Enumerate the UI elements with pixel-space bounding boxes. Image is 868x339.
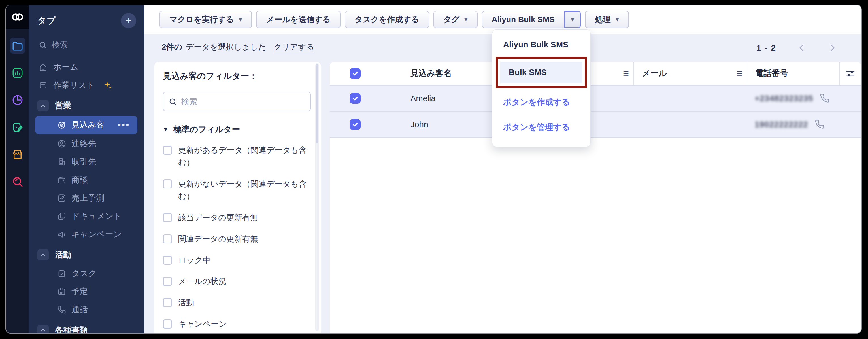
menu-item-create-button[interactable]: ボタンを作成する xyxy=(492,90,590,115)
lead-name[interactable]: John xyxy=(410,120,428,129)
menu-item-bulk-sms[interactable]: Bulk SMS xyxy=(500,62,583,83)
checkbox-unchecked[interactable] xyxy=(163,277,172,286)
filter-option[interactable]: 活動 xyxy=(163,297,312,309)
column-menu-icon[interactable]: ≡ xyxy=(623,67,629,80)
sidebar-item-accounts[interactable]: 取引先 xyxy=(29,153,144,171)
page-range: 1 - 2 xyxy=(756,43,776,53)
prev-page-button[interactable] xyxy=(797,43,807,53)
checkbox-unchecked[interactable] xyxy=(163,213,172,222)
rail-item-analytics[interactable] xyxy=(11,66,24,80)
sidebar-search[interactable] xyxy=(38,40,136,50)
sidebar-item-meetings[interactable]: 予定 xyxy=(29,283,144,301)
table-row[interactable]: John 19022222222 xyxy=(330,112,861,138)
send-mail-button[interactable]: メールを送信する xyxy=(256,11,340,28)
leads-table: 見込み客名 ≡ メール ≡ 電話番号 xyxy=(330,62,861,333)
lead-name[interactable]: Amelia xyxy=(410,94,436,103)
section-label: 活動 xyxy=(55,249,71,260)
checkbox-unchecked[interactable] xyxy=(163,256,172,265)
triangle-down-icon: ▼ xyxy=(163,126,168,133)
standard-filters-section[interactable]: ▼ 標準のフィルター xyxy=(163,124,312,135)
button-label: メールを送信する xyxy=(266,14,330,25)
rail-item-reports[interactable] xyxy=(11,94,24,106)
aliyun-bulk-sms-button[interactable]: Aliyun Bulk SMS xyxy=(482,11,564,28)
sidebar-item-label: ドキュメント xyxy=(71,211,122,222)
button-label: タスクを作成する xyxy=(355,14,419,25)
filter-option[interactable]: ロック中 xyxy=(163,255,312,267)
more-options-icon[interactable]: ••• xyxy=(118,120,130,130)
button-label: Aliyun Bulk SMS xyxy=(492,15,555,24)
select-all-checkbox[interactable] xyxy=(350,68,361,79)
filter-option[interactable]: キャンペーン xyxy=(163,318,312,330)
sidebar-item-contacts[interactable]: 連絡先 xyxy=(29,135,144,153)
call-button[interactable] xyxy=(820,93,830,103)
sidebar-item-forecasts[interactable]: 売上予測 xyxy=(29,189,144,207)
create-task-button[interactable]: タスクを作成する xyxy=(345,11,429,28)
run-macro-button[interactable]: マクロを実行する ▾ xyxy=(159,11,252,28)
filter-option[interactable]: 更新があるデータ（関連データも含む） xyxy=(163,145,312,169)
tag-button[interactable]: タグ ▾ xyxy=(433,11,477,28)
zoho-logo-icon xyxy=(11,10,24,24)
sidebar-item-documents[interactable]: ドキュメント xyxy=(29,207,144,225)
caret-down-icon: ▾ xyxy=(571,16,574,23)
column-menu-icon[interactable]: ≡ xyxy=(736,67,742,80)
row-checkbox-checked[interactable] xyxy=(350,93,361,104)
folder-icon xyxy=(11,40,24,52)
collapse-toggle[interactable] xyxy=(37,249,49,260)
filter-option-label: ロック中 xyxy=(178,254,309,267)
sidebar-section-activities[interactable]: 活動 xyxy=(29,245,144,265)
scrollbar[interactable] xyxy=(315,63,319,331)
aliyun-bulk-sms-dropdown-toggle[interactable]: ▾ xyxy=(564,11,581,28)
checkbox-unchecked[interactable] xyxy=(163,298,172,307)
lead-phone-redacted: +23482323235 xyxy=(755,94,813,103)
next-page-button[interactable] xyxy=(827,43,837,53)
filter-option[interactable]: 該当データの更新有無 xyxy=(163,212,312,224)
manage-columns-button[interactable] xyxy=(839,62,861,85)
lead-email xyxy=(633,112,747,137)
scrollbar-thumb[interactable] xyxy=(316,64,318,144)
button-label: マクロを実行する xyxy=(169,14,234,25)
call-button[interactable] xyxy=(815,119,825,129)
add-tab-button[interactable]: + xyxy=(121,13,136,28)
process-button[interactable]: 処理 ▾ xyxy=(585,11,629,28)
checkbox-unchecked[interactable] xyxy=(163,146,172,155)
sidebar-search-input[interactable] xyxy=(52,40,131,50)
caret-down-icon: ▾ xyxy=(616,16,619,23)
bar-chart-icon xyxy=(11,67,24,79)
filter-option[interactable]: 更新がないデータ（関連データも含む） xyxy=(163,179,312,203)
sidebar-item-leads[interactable]: 見込み客 ••• xyxy=(35,116,137,134)
sidebar-item-home[interactable]: ホーム xyxy=(29,58,144,76)
sidebar-section-sales[interactable]: 営業 xyxy=(29,96,144,115)
rail-item-notes[interactable] xyxy=(11,121,24,134)
sidebar-item-deals[interactable]: 商談 xyxy=(29,171,144,189)
checkbox-unchecked[interactable] xyxy=(163,235,172,244)
filter-search[interactable] xyxy=(163,92,312,112)
sidebar-item-calls[interactable]: 通話 xyxy=(29,301,144,319)
column-header-name[interactable]: 見込み客名 xyxy=(410,68,452,79)
sidebar-item-campaigns[interactable]: キャンペーン xyxy=(29,225,144,244)
filter-option[interactable]: 関連データの更新有無 xyxy=(163,234,312,245)
sidebar-item-worklist[interactable]: 作業リスト xyxy=(29,76,144,94)
collapse-toggle[interactable] xyxy=(37,325,49,333)
checkbox-unchecked[interactable] xyxy=(163,319,172,329)
menu-item-manage-buttons[interactable]: ボタンを管理する xyxy=(492,115,590,140)
megaphone-icon xyxy=(57,230,66,239)
filter-option-label: 関連データの更新有無 xyxy=(178,233,309,245)
menu-item-aliyun-bulk-sms[interactable]: Aliyun Bulk SMS xyxy=(492,34,590,55)
rail-item-zia-search[interactable] xyxy=(11,175,24,188)
sidebar-item-tasks[interactable]: タスク xyxy=(29,265,144,283)
zoho-logo[interactable] xyxy=(6,5,29,29)
clear-selection-link[interactable]: クリアする xyxy=(274,42,314,54)
column-header-phone[interactable]: 電話番号 xyxy=(755,68,788,79)
filter-search-input[interactable] xyxy=(163,92,311,112)
selected-text: データを選択しました xyxy=(186,42,266,53)
task-clipboard-icon xyxy=(57,269,66,278)
rail-item-modules[interactable] xyxy=(10,38,26,54)
column-header-email[interactable]: メール xyxy=(642,68,667,79)
checkbox-unchecked[interactable] xyxy=(163,179,172,188)
collapse-toggle[interactable] xyxy=(37,100,49,112)
sidebar-section-documents[interactable]: 各種書類 xyxy=(29,320,144,333)
filter-option[interactable]: メールの状況 xyxy=(163,276,312,288)
table-row[interactable]: Amelia +23482323235 xyxy=(330,86,861,112)
row-checkbox-checked[interactable] xyxy=(350,119,361,130)
rail-item-marketplace[interactable] xyxy=(11,148,24,161)
